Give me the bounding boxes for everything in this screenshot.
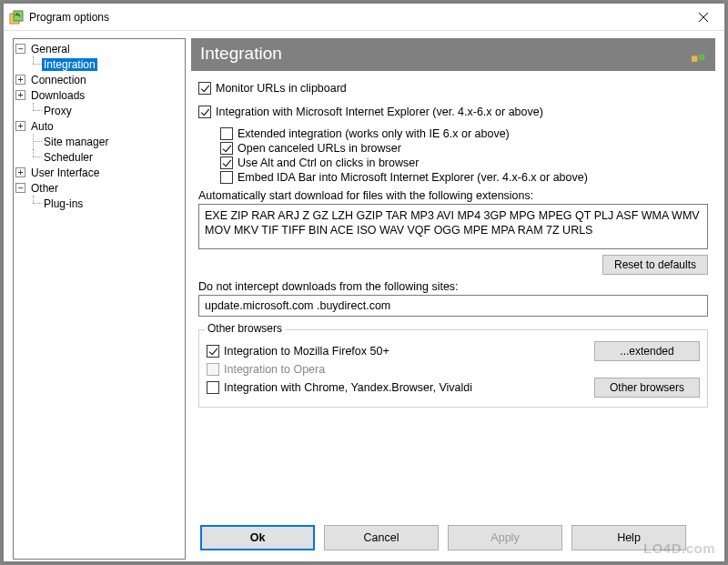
app-icon — [9, 10, 24, 25]
checkbox-icon[interactable] — [207, 345, 219, 358]
tree-connector-icon — [28, 196, 42, 211]
group-legend: Other browsers — [205, 322, 285, 335]
chrome-row[interactable]: Integration with Chrome, Yandex.Browser,… — [207, 381, 472, 394]
svg-rect-3 — [699, 55, 704, 60]
opera-row: Integration to Opera — [207, 363, 325, 376]
help-button[interactable]: Help — [571, 525, 686, 550]
panel-header: Integration — [191, 38, 715, 71]
checkbox-icon[interactable] — [220, 142, 233, 155]
tree-connection[interactable]: + Connection — [14, 72, 185, 87]
checkbox-icon[interactable] — [198, 82, 211, 95]
checkbox-icon[interactable] — [207, 381, 219, 394]
extended-button[interactable]: ...extended — [594, 341, 700, 361]
tree-downloads[interactable]: + Downloads — [14, 87, 185, 103]
firefox-row[interactable]: Integration to Mozilla Firefox 50+ — [207, 345, 389, 358]
shield-badge-icon — [692, 48, 706, 59]
titlebar: Program options — [4, 4, 724, 31]
tree-user-interface[interactable]: + User Interface — [14, 165, 185, 180]
alt-ctrl-row[interactable]: Use Alt and Ctrl on clicks in browser — [220, 156, 708, 169]
collapse-icon[interactable]: − — [15, 183, 25, 193]
auto-start-label: Automatically start download for files w… — [198, 189, 708, 202]
tree-connector-icon — [28, 134, 42, 149]
tree-scheduler[interactable]: Scheduler — [14, 149, 185, 165]
dont-intercept-label: Do not intercept downloads from the foll… — [198, 280, 708, 293]
expand-icon[interactable]: + — [15, 121, 25, 131]
open-canceled-row[interactable]: Open canceled URLs in browser — [220, 142, 708, 155]
expand-icon[interactable]: + — [15, 75, 25, 85]
content-panel: Integration Monitor URLs in clipboard — [191, 38, 715, 560]
checkbox-icon[interactable] — [220, 127, 233, 140]
close-icon — [699, 13, 708, 22]
extensions-input[interactable]: EXE ZIP RAR ARJ Z GZ LZH GZIP TAR MP3 AV… — [198, 204, 708, 249]
tree-plugins[interactable]: Plug-ins — [14, 196, 185, 211]
panel-title: Integration — [200, 44, 282, 64]
checkbox-icon — [207, 363, 219, 376]
tree-proxy[interactable]: Proxy — [14, 103, 185, 118]
form-area: Monitor URLs in clipboard Integration wi… — [191, 71, 715, 520]
tree-integration[interactable]: Integration — [14, 56, 185, 72]
nav-tree[interactable]: − General Integration + Connection + Dow… — [13, 38, 186, 560]
tree-connector-icon — [28, 149, 42, 165]
dialog-window: Program options − General Integration + … — [3, 3, 725, 562]
window-title: Program options — [29, 11, 682, 24]
apply-button: Apply — [448, 525, 562, 550]
ok-button[interactable]: Ok — [200, 525, 315, 550]
ie-integration-row[interactable]: Integration with Microsoft Internet Expl… — [198, 106, 708, 118]
checkbox-icon[interactable] — [220, 156, 233, 169]
close-button[interactable] — [682, 4, 724, 30]
dialog-buttons: Ok Cancel Apply Help — [191, 520, 715, 560]
expand-icon[interactable]: + — [15, 90, 25, 100]
tree-site-manager[interactable]: Site manager — [14, 134, 185, 149]
tree-other[interactable]: − Other — [14, 180, 185, 196]
tree-general[interactable]: − General — [14, 41, 185, 56]
reset-defaults-button[interactable]: Reset to defaults — [602, 255, 708, 275]
embed-bar-row[interactable]: Embed IDA Bar into Microsoft Internet Ex… — [220, 171, 708, 184]
collapse-icon[interactable]: − — [15, 44, 25, 54]
checkbox-icon[interactable] — [220, 171, 233, 184]
svg-rect-2 — [692, 55, 697, 61]
other-browsers-group: Other browsers Integration to Mozilla Fi… — [198, 329, 708, 408]
tree-connector-icon — [28, 56, 42, 72]
other-browsers-button[interactable]: Other browsers — [594, 378, 700, 398]
tree-auto[interactable]: + Auto — [14, 118, 185, 134]
sites-input[interactable]: update.microsoft.com .buydirect.com — [198, 295, 708, 317]
svg-rect-1 — [14, 11, 23, 21]
dialog-body: − General Integration + Connection + Dow… — [4, 31, 724, 561]
extended-integration-row[interactable]: Extended integration (works only with IE… — [220, 127, 708, 140]
tree-connector-icon — [28, 103, 42, 118]
checkbox-icon[interactable] — [198, 106, 211, 118]
cancel-button[interactable]: Cancel — [324, 525, 439, 550]
monitor-clipboard-row[interactable]: Monitor URLs in clipboard — [198, 82, 708, 95]
expand-icon[interactable]: + — [15, 167, 25, 177]
